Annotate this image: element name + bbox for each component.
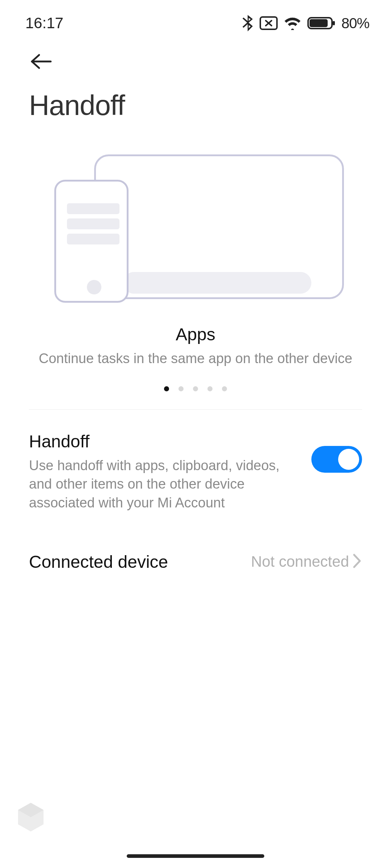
- carousel-title: Apps: [176, 324, 215, 344]
- connected-device-title: Connected device: [29, 552, 251, 572]
- status-bar: 16:17 80%: [0, 0, 391, 39]
- chevron-right-icon: [353, 553, 362, 570]
- page-title: Handoff: [29, 71, 362, 133]
- status-icons: 80%: [241, 15, 369, 31]
- back-button[interactable]: [29, 64, 52, 71]
- setting-handoff-title: Handoff: [29, 431, 300, 451]
- cast-blocked-icon: [260, 16, 278, 30]
- handoff-toggle[interactable]: [311, 446, 362, 473]
- feature-carousel[interactable]: Apps Continue tasks in the same app on t…: [0, 133, 391, 409]
- handoff-illustration: [47, 154, 344, 306]
- svg-rect-2: [310, 19, 328, 27]
- pager-dot[interactable]: [178, 386, 184, 391]
- setting-connected-device[interactable]: Connected device Not connected: [0, 523, 391, 583]
- battery-percentage: 80%: [341, 15, 369, 31]
- svg-rect-3: [333, 21, 335, 25]
- status-time: 16:17: [25, 14, 63, 32]
- bluetooth-icon: [241, 15, 254, 31]
- setting-handoff-desc: Use handoff with apps, clipboard, videos…: [29, 456, 300, 512]
- home-indicator[interactable]: [127, 854, 264, 858]
- pager-dot[interactable]: [222, 386, 227, 391]
- pager-dots[interactable]: [164, 386, 227, 391]
- setting-handoff: Handoff Use handoff with apps, clipboard…: [0, 410, 391, 523]
- pager-dot[interactable]: [164, 386, 169, 391]
- pager-dot[interactable]: [193, 386, 198, 391]
- connected-device-value: Not connected: [251, 553, 349, 570]
- battery-icon: [307, 16, 336, 30]
- watermark-icon: [11, 796, 51, 835]
- carousel-subtitle: Continue tasks in the same app on the ot…: [39, 351, 352, 366]
- wifi-icon: [283, 16, 302, 30]
- pager-dot[interactable]: [207, 386, 213, 391]
